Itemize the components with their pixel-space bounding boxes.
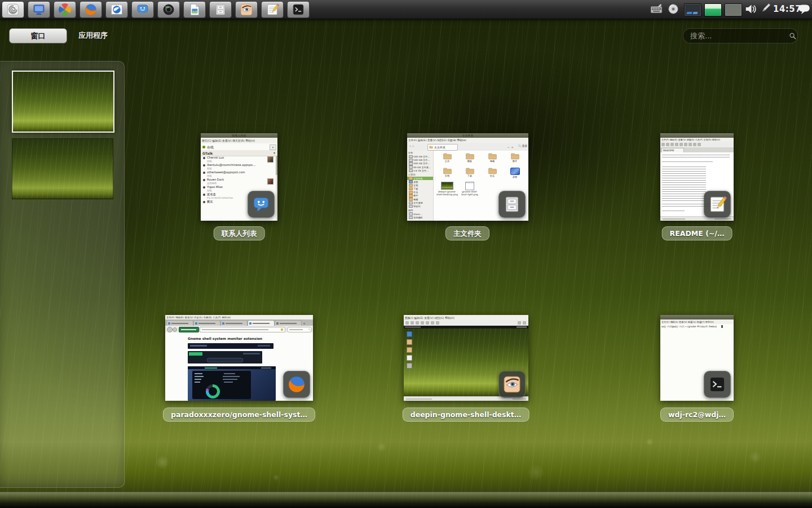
launcher-activities[interactable] (2, 1, 24, 18)
scrollbar (276, 156, 277, 221)
launcher-firefox[interactable] (80, 1, 102, 18)
folder-icon (510, 152, 520, 160)
files-sidebar: 设备 500-GB 文件… 500-GB 文件… 500-GB 文件… 90-G… (407, 151, 434, 221)
notepad-pencil-icon (266, 3, 279, 16)
eog-app-badge (498, 371, 526, 398)
folder-icon (465, 152, 475, 160)
orb-icon (162, 3, 175, 16)
pinwheel-icon (58, 3, 72, 16)
image-thumbnail (510, 168, 520, 175)
donut-chart (206, 384, 220, 398)
eye-icon (240, 3, 253, 16)
back-forward-arrows: ‹ › (409, 144, 414, 148)
status-text: 在线 (207, 145, 214, 150)
launcher-thunderbird[interactable] (105, 1, 128, 18)
volume-indicator[interactable] (743, 2, 758, 16)
launcher-file-manager[interactable] (209, 1, 232, 18)
tray-window-preview-3[interactable] (725, 3, 742, 16)
launcher-image-viewer[interactable] (235, 1, 258, 18)
file-cabinet-icon (502, 195, 522, 214)
preview-content (686, 12, 692, 14)
window-empathy-contacts[interactable]: 联系人列表 聊天(C) 编辑(E) 查看(V) 聊天室(R) 帮助(H) 在线 … (201, 133, 277, 221)
firefox-icon (287, 375, 306, 394)
launcher-terminal[interactable] (287, 1, 310, 18)
folder-icon (443, 167, 452, 174)
folder-icon (443, 152, 452, 160)
group-name: GTalk (202, 151, 213, 155)
keyboard-icon (650, 2, 663, 16)
window-terminal[interactable]: 文件(F) 编辑(E) 查看(V) 搜索(S) 终端(T) 帮助(H) wdj-… (660, 315, 734, 401)
document-icon (188, 3, 201, 16)
search-box[interactable] (683, 28, 798, 43)
terminal-icon (292, 3, 305, 16)
contact-row: ibentutu@roomchinese.appspo…在线 (201, 163, 274, 170)
gnome-shell-overview: 14:57 窗口 应用程序 联系人列表 聊天(C) 编辑(E) 查看(V) 聊天… (0, 0, 812, 508)
scrollbar-thumb (276, 156, 277, 175)
desktop-icon (407, 331, 412, 337)
workspace-thumbnail-1[interactable] (12, 71, 114, 133)
launcher-empathy[interactable] (131, 1, 154, 18)
window-label-terminal: wdj-rc2@wdj… (660, 408, 734, 422)
display-icon (32, 3, 46, 16)
search-input[interactable] (683, 32, 788, 40)
empathy-app-badge (248, 191, 275, 218)
terminal-app-badge (704, 371, 731, 398)
tab-windows[interactable]: 窗口 (9, 28, 67, 43)
workspace-panel (0, 61, 125, 488)
disc-indicator[interactable] (666, 2, 681, 16)
message-tray-edge[interactable] (0, 492, 812, 508)
contact-row: othertweet@appspot.com在线 (201, 170, 274, 178)
files-app-badge (498, 191, 526, 218)
terminal-cursor (721, 325, 723, 328)
terminal-icon (708, 375, 727, 394)
firefox-app-badge (283, 371, 310, 398)
tray-window-preview-1[interactable] (684, 3, 701, 16)
firefox-icon (84, 3, 98, 16)
window-titlebar (660, 133, 734, 138)
screenshot-topbar-2 (188, 351, 262, 364)
window-firefox[interactable]: 文件(F) 编辑(E) 查看(V) 历史(S) 书签(B) 工具(T) 帮助(H… (165, 315, 313, 401)
file-cabinet-icon (214, 3, 227, 16)
launcher-software-center[interactable] (54, 1, 76, 18)
launcher-media-player[interactable] (157, 1, 180, 18)
site-identity-badge (179, 327, 199, 332)
launcher-text-editor[interactable] (261, 1, 284, 18)
message-tray-indicator[interactable] (797, 2, 811, 16)
window-label-eog: deepin-gnome-shell-deskt… (403, 408, 529, 422)
brush-icon (761, 2, 771, 13)
folder-icon (429, 146, 433, 149)
window-label-gedit: README (~/… (662, 226, 732, 240)
chat-bubble-icon (136, 3, 149, 16)
tab-applications[interactable]: 应用程序 (78, 30, 108, 41)
window-titlebar: 主文件夹 (407, 133, 528, 138)
speech-bubble-icon (797, 2, 811, 16)
avatar (267, 156, 273, 163)
window-label-empathy: 联系人列表 (214, 226, 265, 240)
speaker-icon (744, 2, 757, 16)
eye-icon (502, 375, 522, 394)
input-method-indicator[interactable] (648, 2, 664, 16)
image-thumbnail (465, 182, 474, 190)
workspace-thumbnail-2[interactable] (12, 138, 113, 199)
folder-icon (488, 152, 497, 160)
avatar (267, 178, 273, 185)
window-gedit[interactable]: 文件(F) 编辑(E) 查看(V) 搜索(S) 工具(T) 文档(D) 帮助(H… (660, 133, 734, 221)
launcher-display-settings[interactable] (28, 1, 50, 18)
window-image-viewer[interactable]: 图像(I) 编辑(E) 查看(V) 转到(G) 帮助(H) (404, 315, 528, 401)
window-file-manager[interactable]: 主文件夹 文件(F) 编辑(E) 查看(V) 转到(G) 书签(B) 帮助(H)… (407, 133, 528, 221)
window-label-firefox: paradoxxxzero/gnome-shell-syst… (163, 408, 315, 422)
status-dropdown: ▾ (270, 144, 276, 150)
online-status-icon (202, 146, 205, 148)
search-icon (788, 32, 797, 40)
pen-indicator[interactable] (760, 2, 772, 13)
window-titlebar (660, 315, 734, 319)
desktop-icon (407, 355, 412, 361)
search-field (287, 327, 312, 332)
tray-window-preview-2[interactable] (704, 3, 722, 16)
terminal-prompt: wdj-rc2@wdj-rc2:~/gnome-Product-Demo$ (661, 325, 717, 328)
launcher-documents[interactable] (183, 1, 206, 18)
window-label-files: 主文件夹 (445, 226, 489, 240)
breadcrumb: 主文件夹 (427, 144, 458, 151)
desktop-icon (407, 339, 412, 345)
page-heading: Gnome shell system monitor extension (188, 336, 262, 340)
